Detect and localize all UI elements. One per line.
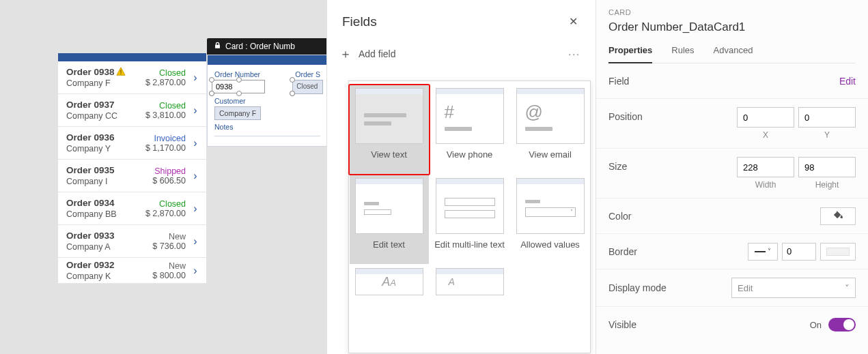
width-input[interactable]: [737, 157, 794, 177]
control-type-flyout: View text # View phone @ View email Edit…: [348, 80, 591, 353]
order-amount: $ 800.00: [142, 271, 186, 280]
size-label: Size: [608, 157, 627, 172]
gallery-item[interactable]: Order 0937Company CCClosed$ 3,810.00›: [58, 94, 206, 127]
company-name: Company F: [66, 78, 142, 88]
notes-underline: [214, 134, 320, 136]
option-row3-a[interactable]: AA: [352, 268, 426, 295]
field-prop-label: Field: [608, 76, 629, 87]
order-status: Invoiced: [142, 134, 186, 143]
visible-toggle[interactable]: [828, 318, 856, 331]
order-title: Order 0935: [66, 165, 142, 175]
close-icon[interactable]: ✕: [566, 12, 580, 31]
company-name: Company CC: [66, 111, 142, 121]
chevron-right-icon: ›: [191, 72, 199, 84]
tab-properties[interactable]: Properties: [608, 45, 652, 63]
chevron-right-icon: ›: [191, 203, 199, 215]
order-title: Order 0934: [66, 198, 142, 208]
order-title: Order 0933: [66, 231, 142, 241]
chevron-right-icon: ›: [191, 137, 199, 149]
add-field-button[interactable]: ＋ Add field: [339, 46, 395, 62]
border-label: Border: [608, 246, 637, 257]
lock-icon: [214, 42, 221, 51]
chevron-right-icon: ›: [191, 170, 199, 182]
selection-callout: Card : Order Numb: [207, 38, 328, 55]
option-view-text[interactable]: View text: [350, 85, 429, 174]
option-edit-multiline[interactable]: Edit multi-line text: [433, 178, 507, 261]
warning-icon: [116, 67, 126, 76]
company-name: Company BB: [66, 209, 142, 219]
gallery-item[interactable]: Order 0936Company YInvoiced$ 1,170.00›: [58, 127, 206, 160]
properties-pane: CARD Order Number_DataCard1 Properties R…: [596, 0, 868, 354]
border-width-input[interactable]: [782, 243, 816, 261]
chevron-down-icon: ˅: [845, 283, 850, 293]
gallery-item[interactable]: Order 0932Company KNew$ 800.00›: [58, 258, 206, 284]
form-frame: Order Number Order S Cl: [207, 55, 328, 147]
order-amount: $ 2,870.00: [142, 209, 186, 218]
order-status: Shipped: [142, 166, 186, 176]
border-style-picker[interactable]: ˅: [748, 243, 778, 261]
chevron-right-icon: ›: [191, 265, 199, 277]
border-color-picker[interactable]: [820, 243, 856, 261]
card-title: Order Number_DataCard1: [608, 20, 856, 34]
form-header-bar: [208, 55, 327, 65]
height-sublabel: Height: [798, 180, 856, 190]
order-title: Order 0937: [66, 100, 142, 110]
order-amount: $ 606.50: [142, 176, 186, 186]
customer-value: Company F: [214, 106, 261, 120]
chevron-down-icon: ˅: [768, 248, 771, 255]
display-mode-value: Edit: [738, 283, 753, 293]
color-label: Color: [608, 211, 631, 222]
position-x-input[interactable]: [737, 107, 794, 128]
gallery-item[interactable]: Order 0933Company ANew$ 736.00›: [58, 225, 206, 258]
position-y-input[interactable]: [798, 107, 856, 128]
option-allowed-values[interactable]: ˅ Allowed values: [514, 178, 587, 261]
tab-rules[interactable]: Rules: [671, 45, 694, 63]
option-edit-text[interactable]: Edit text: [350, 175, 429, 264]
position-label: Position: [608, 107, 643, 122]
width-sublabel: Width: [737, 180, 794, 190]
notes-label: Notes: [214, 123, 320, 131]
paint-bucket-icon: [833, 210, 843, 222]
option-view-phone[interactable]: # View phone: [433, 88, 507, 171]
display-mode-select[interactable]: Edit ˅: [731, 278, 856, 298]
add-field-label: Add field: [359, 48, 395, 59]
gallery-item[interactable]: Order 0938Company FClosed$ 2,870.00›: [58, 61, 206, 94]
y-axis-label: Y: [798, 130, 856, 140]
gallery-item[interactable]: Order 0934Company BBClosed$ 2,870.00›: [58, 192, 206, 225]
option-row3-b[interactable]: A: [433, 268, 507, 295]
order-status: Closed: [142, 101, 186, 110]
order-title: Order 0938: [66, 67, 142, 77]
order-status: Closed: [142, 199, 186, 209]
order-amount: $ 3,810.00: [142, 110, 186, 120]
more-icon[interactable]: ···: [568, 48, 580, 59]
gallery-item[interactable]: Order 0935Company IShipped$ 606.50›: [58, 160, 206, 192]
svg-rect-0: [120, 70, 121, 72]
props-tabs: Properties Rules Advanced: [608, 45, 856, 63]
plus-icon: ＋: [339, 46, 352, 62]
x-axis-label: X: [737, 130, 794, 140]
tab-advanced[interactable]: Advanced: [714, 45, 753, 63]
company-name: Company A: [66, 242, 142, 252]
field-edit-link[interactable]: Edit: [839, 76, 856, 87]
order-amount: $ 736.00: [142, 241, 186, 251]
card-eyebrow: CARD: [608, 8, 856, 16]
order-number-label: Order Number: [214, 70, 285, 78]
company-name: Company Y: [66, 144, 142, 153]
chevron-right-icon: ›: [191, 235, 199, 248]
line-icon: [755, 251, 766, 252]
orders-gallery: Order 0938Company FClosed$ 2,870.00›Orde…: [58, 53, 206, 284]
display-mode-label: Display mode: [608, 282, 667, 293]
option-view-email[interactable]: @ View email: [514, 88, 587, 171]
order-title: Order 0932: [66, 260, 142, 270]
order-status-label: Order S: [295, 70, 320, 78]
order-amount: $ 1,170.00: [142, 143, 186, 153]
height-input[interactable]: [798, 157, 856, 177]
color-picker[interactable]: [820, 207, 856, 225]
chevron-right-icon: ›: [191, 104, 199, 117]
callout-label: Card : Order Numb: [225, 42, 295, 51]
selected-datacard[interactable]: [212, 80, 288, 93]
fields-pane-title: Fields: [342, 14, 377, 29]
order-status-value: Closed: [292, 80, 323, 94]
svg-rect-1: [120, 74, 121, 74]
order-title: Order 0936: [66, 132, 142, 143]
